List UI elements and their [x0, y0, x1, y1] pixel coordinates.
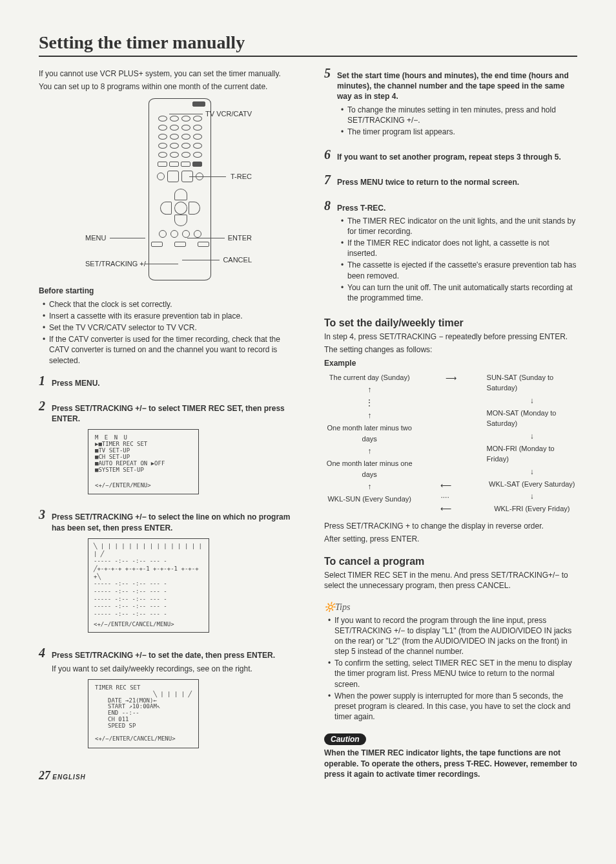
tips-label: 🔆Tips	[324, 602, 577, 613]
step-number: 5	[324, 66, 331, 81]
program-table-screen: ╲ | | | | | | | | | | | | | | | | ╱ ----…	[88, 538, 209, 633]
step-number: 4	[39, 646, 45, 660]
step-text: Press SET/TRACKING +/− to select TIMER R…	[52, 403, 292, 424]
step-number: 1	[39, 374, 45, 388]
rec-set-screen: TIMER REC SET ╲ | | | | ╱ DATE →21(MON)←…	[88, 679, 199, 748]
remote-label-enter: ENTER	[228, 234, 252, 242]
step-note: If you want to set daily/weekly recordin…	[52, 664, 292, 674]
intro-text: If you cannot use VCR PLUS+ system, you …	[39, 68, 292, 79]
page-title: Setting the timer manually	[39, 32, 577, 57]
list-item: Check that the clock is set correctly.	[43, 299, 292, 310]
page-number: 27	[39, 769, 50, 782]
list-item: If the TIMER REC indicator does not ligh…	[341, 238, 577, 258]
cancel-text: Select TIMER REC SET in the menu. And pr…	[324, 570, 577, 591]
tips-list: If you want to record the program throug…	[324, 615, 577, 722]
list-item: To confirm the setting, select TIMER REC…	[328, 658, 577, 690]
list-item: The timer program list appears.	[341, 127, 577, 137]
daily-heading: To set the daily/weekly timer	[324, 317, 577, 329]
intro-text-2: You can set up to 8 programs within one …	[39, 81, 292, 92]
page-language: ENGLISH	[52, 774, 85, 781]
step-text: Press MENU twice to return to the normal…	[337, 177, 577, 187]
menu-screen: M E N U ▶■TIMER REC SET ■TV SET-UP ■CH S…	[88, 429, 199, 494]
step-text: Press MENU.	[52, 378, 292, 388]
caution-badge: Caution	[324, 733, 366, 745]
list-item: The cassette is ejected if the cassette'…	[341, 260, 577, 280]
list-item: You can turn the unit off. The unit auto…	[341, 282, 577, 303]
list-item: If the CATV converter is used for the ti…	[43, 334, 292, 366]
step-text: If you want to set another program, repe…	[337, 152, 577, 162]
remote-diagram: TV VCR/CATV T-REC ENTER CANCEL MENU SET/…	[110, 98, 252, 279]
step-text: Press T-REC.	[337, 203, 577, 213]
list-item: Set the TV VCR/CATV selector to TV VCR.	[43, 322, 292, 333]
remote-label-set: SET/TRACKING +/−	[85, 260, 150, 268]
daily-text: The setting changes as follows:	[324, 344, 577, 355]
before-heading: Before starting	[39, 286, 292, 296]
remote-label-cancel: CANCEL	[223, 256, 252, 264]
step-number: 2	[39, 399, 45, 414]
left-column: If you cannot use VCR PLUS+ system, you …	[39, 66, 292, 783]
caution-text: When the TIMER REC indicator lights, the…	[324, 748, 577, 779]
list-item: The TIMER REC indicator on the unit ligh…	[341, 216, 577, 237]
daily-text: In step 4, press SET/TRACKING − repeated…	[324, 332, 577, 342]
remote-label-tv: TV VCR/CATV	[205, 110, 252, 118]
list-item: To change the minutes setting in ten min…	[341, 105, 577, 125]
step-number: 6	[324, 147, 331, 162]
remote-label-trec: T-REC	[231, 173, 252, 180]
step-text: Press SET/TRACKING +/− to set the date, …	[52, 650, 292, 660]
right-column: 5 Set the start time (hours and minutes)…	[324, 66, 577, 783]
step-number: 8	[324, 198, 331, 213]
step-number: 3	[39, 507, 45, 522]
before-list: Check that the clock is set correctly. I…	[39, 299, 292, 366]
step-number: 7	[324, 173, 331, 187]
remote-label-menu: MENU	[85, 234, 106, 242]
daily-reverse: Press SET/TRACKING + to change the displ…	[324, 521, 577, 531]
list-item: If you want to record the program throug…	[328, 615, 577, 657]
step-text: Press SET/TRACKING +/− to select the lin…	[52, 512, 292, 532]
cancel-heading: To cancel a program	[324, 556, 577, 567]
daily-after: After setting, press ENTER.	[324, 534, 577, 544]
list-item: When the power supply is interrupted for…	[328, 691, 577, 722]
cycle-diagram: The current day (Sunday) ↑ ⋮ ↑ One month…	[324, 372, 577, 514]
step-text: Set the start time (hours and minutes), …	[337, 70, 577, 102]
example-label: Example	[324, 358, 577, 368]
page-footer: 27 ENGLISH	[39, 769, 292, 783]
list-item: Insert a cassette with its erasure preve…	[43, 311, 292, 321]
